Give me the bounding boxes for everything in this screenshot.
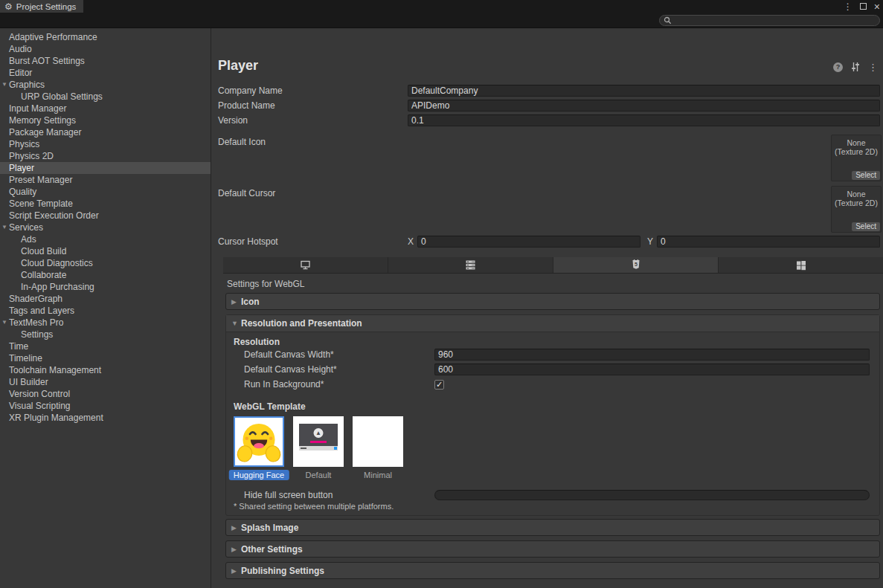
search-icon: [664, 16, 672, 25]
section-icon-label: Icon: [241, 297, 260, 307]
sidebar-item[interactable]: ▼ Burst AOT Settings: [0, 55, 211, 67]
company-name-label: Company Name: [218, 85, 408, 96]
sidebar-item[interactable]: ▼ Preset Manager: [0, 174, 211, 186]
tab-standalone[interactable]: [223, 257, 388, 273]
search-box[interactable]: [659, 15, 880, 26]
sidebar-item[interactable]: ▼ Version Control: [0, 388, 211, 400]
sidebar-item[interactable]: ▼ TextMesh Pro: [0, 317, 211, 329]
sidebar-item[interactable]: ▼ UI Builder: [0, 376, 211, 388]
sidebar-item[interactable]: ▼ Adaptive Performance: [0, 31, 211, 43]
sidebar-item-label: Time: [9, 341, 28, 352]
sidebar-item[interactable]: ▼ Timeline: [0, 352, 211, 364]
hotspot-x-field[interactable]: [417, 236, 640, 248]
sidebar-item[interactable]: ▼ Script Execution Order: [0, 210, 211, 222]
foldout-collapsed-icon: ▶: [231, 567, 241, 575]
run-in-background-row: Run In Background* ✓: [226, 377, 879, 392]
kebab-menu-icon[interactable]: ⋮: [868, 62, 878, 72]
section-resolution-presentation-header[interactable]: ▼ Resolution and Presentation: [226, 315, 879, 332]
sidebar-item-label: Timeline: [9, 353, 42, 364]
cursor-hotspot-label: Cursor Hotspot: [218, 236, 408, 247]
foldout-expanded-icon[interactable]: ▼: [1, 79, 7, 91]
sidebar-item[interactable]: ▼ Settings: [0, 329, 211, 340]
sidebar-item-label: Version Control: [9, 389, 70, 399]
sidebar-item[interactable]: ▼ Collaborate: [0, 269, 211, 281]
sidebar-item[interactable]: ▼ Time: [0, 340, 211, 352]
default-cursor-select-button[interactable]: Select: [852, 222, 880, 231]
tab-webgl[interactable]: 5: [553, 257, 719, 273]
svg-text:5: 5: [635, 262, 638, 267]
foldout-collapsed-icon: ▶: [231, 546, 241, 553]
sidebar-item[interactable]: ▼ Player: [0, 162, 211, 174]
window-titlebar: ⚙ Project Settings ⋮ ×: [0, 0, 883, 13]
hotspot-x-label: X: [408, 236, 414, 247]
version-field[interactable]: [408, 114, 880, 126]
sidebar-item[interactable]: ▼ Physics: [0, 138, 211, 150]
sidebar-item[interactable]: ▼ Memory Settings: [0, 114, 211, 126]
player-settings-panel: Player ? ⋮ Company Name Product Name Ver…: [211, 28, 883, 588]
sidebar-item[interactable]: ▼ Visual Scripting: [0, 400, 211, 412]
template-card-default[interactable]: ▲: [293, 416, 344, 467]
product-name-field[interactable]: [408, 100, 880, 112]
default-icon-slot-value-line1: None: [847, 138, 865, 147]
sidebar-item[interactable]: ▼ Cloud Diagnostics: [0, 257, 211, 269]
section-publishing-settings[interactable]: ▶ Publishing Settings: [225, 562, 880, 579]
search-input[interactable]: [672, 16, 876, 25]
unity-logo-icon: ▲: [314, 428, 324, 438]
sidebar-item[interactable]: ▼ Ads: [0, 233, 211, 245]
help-icon[interactable]: ?: [833, 62, 843, 72]
tab-dedicated-server[interactable]: [388, 257, 553, 273]
sidebar-item[interactable]: ▼ Physics 2D: [0, 150, 211, 162]
canvas-height-field[interactable]: [434, 364, 870, 375]
presets-icon[interactable]: [850, 62, 861, 72]
hide-fullscreen-field[interactable]: [434, 490, 870, 500]
canvas-height-label: Default Canvas Height*: [244, 364, 434, 375]
sidebar-item[interactable]: ▼ Package Manager: [0, 126, 211, 138]
sidebar-item[interactable]: ▼ Scene Template: [0, 198, 211, 210]
sidebar-item[interactable]: ▼ Input Manager: [0, 103, 211, 114]
sidebar-item-label: URP Global Settings: [21, 91, 103, 102]
default-icon-slot[interactable]: None(Texture 2D) Select: [831, 135, 882, 181]
sidebar-item-label: Scene Template: [9, 198, 73, 209]
window-tab[interactable]: ⚙ Project Settings: [0, 0, 83, 13]
default-cursor-slot[interactable]: None(Texture 2D) Select: [831, 186, 882, 233]
sidebar-item-label: Graphics: [9, 80, 45, 90]
sidebar-item[interactable]: ▼ Quality: [0, 186, 211, 198]
kebab-menu-icon[interactable]: ⋮: [844, 2, 853, 11]
sidebar-item[interactable]: ▼ Cloud Build: [0, 245, 211, 257]
foldout-expanded-icon[interactable]: ▼: [1, 317, 7, 329]
window-title: Project Settings: [16, 2, 77, 11]
canvas-width-field[interactable]: [434, 349, 870, 361]
sidebar-item-label: Package Manager: [9, 127, 81, 138]
sidebar-item[interactable]: ▼ Tags and Layers: [0, 305, 211, 317]
windows-icon: [796, 260, 806, 271]
run-in-background-checkbox[interactable]: ✓: [434, 380, 444, 390]
maximize-icon[interactable]: [860, 3, 867, 10]
sidebar-item[interactable]: ▼ Audio: [0, 43, 211, 55]
tab-windows-store[interactable]: [719, 257, 883, 273]
company-name-field[interactable]: [408, 85, 880, 97]
sidebar-item-label: Settings: [21, 329, 53, 340]
section-splash-image[interactable]: ▶ Splash Image: [225, 519, 880, 536]
template-card-hugging-face[interactable]: [234, 416, 284, 467]
section-icon[interactable]: ▶ Icon: [225, 293, 880, 310]
close-icon[interactable]: ×: [874, 1, 880, 12]
foldout-expanded-icon[interactable]: ▼: [1, 222, 7, 233]
sidebar-item[interactable]: ▼ URP Global Settings: [0, 91, 211, 103]
sidebar-item-label: XR Plugin Management: [9, 413, 103, 423]
sidebar-item[interactable]: ▼ Toolchain Management: [0, 364, 211, 376]
hotspot-y-field[interactable]: [657, 236, 880, 248]
sidebar-item-label: Burst AOT Settings: [9, 56, 85, 66]
sidebar-item[interactable]: ▼ XR Plugin Management: [0, 412, 211, 424]
sidebar-item[interactable]: ▼ Services: [0, 222, 211, 233]
sidebar-item[interactable]: ▼ In-App Purchasing: [0, 281, 211, 293]
foldout-collapsed-icon: ▶: [231, 298, 241, 306]
sidebar-item[interactable]: ▼ ShaderGraph: [0, 293, 211, 305]
section-other-settings[interactable]: ▶ Other Settings: [225, 540, 880, 558]
template-card-minimal[interactable]: [353, 416, 403, 467]
sidebar-item[interactable]: ▼ Editor: [0, 67, 211, 79]
default-icon-select-button[interactable]: Select: [852, 171, 880, 180]
version-row: Version: [218, 114, 880, 126]
template-label-hugging-face[interactable]: Hugging Face: [234, 471, 284, 482]
sidebar-item-label: Script Execution Order: [9, 210, 99, 221]
sidebar-item[interactable]: ▼ Graphics: [0, 79, 211, 91]
